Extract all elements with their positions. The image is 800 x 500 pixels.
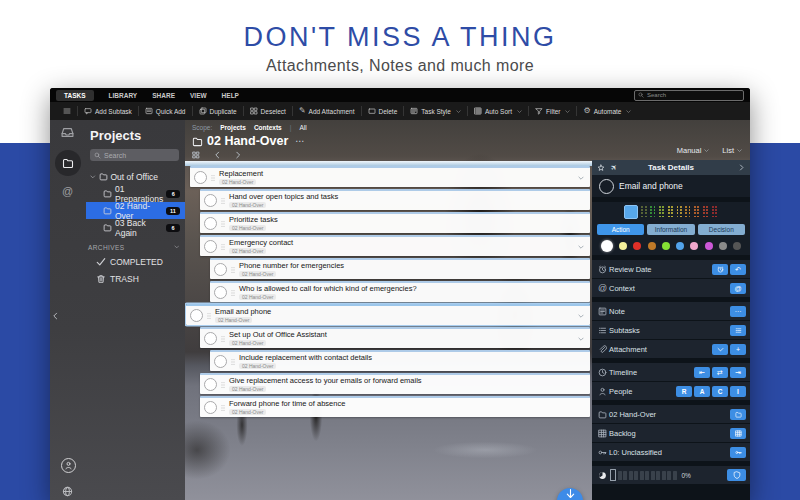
projects-search-input[interactable]: Search xyxy=(90,149,179,161)
task-checkbox[interactable] xyxy=(204,240,217,253)
color-dot[interactable] xyxy=(648,242,656,250)
timeline-bar-swap-button[interactable]: ⇄ xyxy=(712,367,728,378)
scope-tab-contexts[interactable]: Contexts xyxy=(254,124,282,131)
contexts-at-icon[interactable]: @ xyxy=(62,186,73,197)
sidebar-mode-projects[interactable] xyxy=(55,150,81,176)
sidebar-item-completed[interactable]: COMPLETED xyxy=(86,253,185,270)
task-expand-chevron[interactable] xyxy=(578,336,584,342)
toolbar-deselect-button[interactable]: Deselect xyxy=(244,107,292,115)
l0-unclassified-key-button[interactable] xyxy=(730,447,746,458)
02-hand-over-folder-button[interactable] xyxy=(730,409,746,420)
menu-share[interactable]: SHARE xyxy=(152,92,175,99)
color-dot[interactable] xyxy=(662,242,670,250)
review-date-alarm-clock-button[interactable] xyxy=(712,264,728,275)
attachment-chevron-down-button[interactable] xyxy=(712,344,728,355)
sidebar-item-03-back-again[interactable]: 03 Back Again 6 xyxy=(86,219,185,236)
type-button-decision[interactable]: Decision xyxy=(698,224,745,235)
task-expand-chevron[interactable] xyxy=(578,175,584,181)
toolbar-add-attachment-button[interactable]: ✎ Add Attachment xyxy=(293,107,361,115)
task-checkbox[interactable] xyxy=(204,332,217,345)
task-checkbox[interactable] xyxy=(599,179,614,194)
toolbar-auto-sort-button[interactable]: Auto Sort xyxy=(468,107,528,115)
menu-tasks[interactable]: TASKS xyxy=(56,90,94,101)
priority-level-icon[interactable] xyxy=(694,206,700,218)
sidebar-item-01-preparations[interactable]: 01 Preparations 6 xyxy=(86,185,185,202)
drag-handle-icon[interactable] xyxy=(205,312,213,320)
people-r-button[interactable]: R xyxy=(676,386,692,397)
drag-handle-icon[interactable] xyxy=(219,220,227,228)
drag-handle-icon[interactable] xyxy=(209,174,217,182)
task-card-forward-phone-for-time-of-abse[interactable]: Forward phone for time of absence 02 Han… xyxy=(200,396,590,417)
task-checkbox[interactable] xyxy=(194,171,207,184)
task-card-prioritize-tasks[interactable]: Prioritize tasks 02 Hand-Over xyxy=(200,212,590,233)
globe-icon[interactable] xyxy=(62,486,73,497)
task-expand-chevron[interactable] xyxy=(578,313,584,319)
toolbar-automate-button[interactable]: ⚙ Automate xyxy=(577,107,637,115)
account-icon[interactable] xyxy=(61,458,76,473)
drag-handle-icon[interactable] xyxy=(229,266,237,274)
archives-section-header[interactable]: ARCHIVES xyxy=(86,241,185,253)
priority-level-icon[interactable] xyxy=(703,206,709,218)
chevron-right-icon[interactable] xyxy=(738,164,745,171)
people-i-button[interactable]: I xyxy=(730,386,746,397)
task-checkbox[interactable] xyxy=(214,263,227,276)
chevron-left-icon[interactable] xyxy=(213,151,221,159)
grid-view-icon[interactable] xyxy=(192,151,200,159)
task-card-set-up-out-of-office-assistant[interactable]: Set up Out of Office Assistant 02 Hand-O… xyxy=(200,327,590,348)
chevron-right-icon[interactable] xyxy=(234,151,242,159)
context-at-button[interactable]: @ xyxy=(730,283,746,294)
task-card-include-replacement-with-conta[interactable]: Include replacement with contact details… xyxy=(210,350,590,371)
layout-mode-dropdown[interactable]: List xyxy=(722,146,742,155)
menu-library[interactable]: LIBRARY xyxy=(109,92,138,99)
more-options-icon[interactable]: ⋯ xyxy=(295,136,304,146)
priority-level-icon[interactable] xyxy=(685,206,691,218)
toolbar-quick-add-button[interactable]: Quick Add xyxy=(139,107,192,115)
priority-level-icon[interactable] xyxy=(641,206,647,218)
scope-tab-all[interactable]: All xyxy=(299,124,306,131)
menu-search-field[interactable]: Search xyxy=(634,90,744,101)
subtasks-subtasks-button[interactable] xyxy=(730,325,746,336)
type-button-action[interactable]: Action xyxy=(597,224,644,235)
task-checkbox[interactable] xyxy=(190,309,203,322)
scope-tab-projects[interactable]: Projects xyxy=(220,124,246,131)
color-dot[interactable] xyxy=(619,242,627,250)
task-checkbox[interactable] xyxy=(214,355,227,368)
sort-mode-dropdown[interactable]: Manual xyxy=(677,146,710,155)
priority-level-icon[interactable] xyxy=(659,206,665,218)
priority-level-icon[interactable] xyxy=(677,206,683,218)
color-dot[interactable] xyxy=(690,242,698,250)
star-icon[interactable] xyxy=(597,164,605,172)
task-card-hand-over-open-topics-and-task[interactable]: Hand over open topics and tasks 02 Hand-… xyxy=(200,189,590,210)
menu-help[interactable]: HELP xyxy=(222,92,239,99)
color-dot[interactable] xyxy=(676,242,684,250)
toolbar-delete-button[interactable]: Delete xyxy=(362,107,404,115)
task-checkbox[interactable] xyxy=(214,286,227,299)
color-dot[interactable] xyxy=(705,242,713,250)
drag-handle-icon[interactable] xyxy=(219,243,227,251)
people-a-button[interactable]: A xyxy=(694,386,710,397)
priority-level-icon[interactable] xyxy=(712,206,718,218)
drag-handle-icon[interactable] xyxy=(229,358,237,366)
sidebar-item-trash[interactable]: TRASH xyxy=(86,270,185,287)
task-checkbox[interactable] xyxy=(204,401,217,414)
drag-handle-icon[interactable] xyxy=(219,381,227,389)
toolbar-add-subtask-button[interactable]: Add Subtask xyxy=(78,107,138,115)
task-card-who-is-allowed-to-call-for-whi[interactable]: Who is allowed to call for which kind of… xyxy=(210,281,590,302)
color-dot[interactable] xyxy=(633,242,641,250)
note-ellipsis-button[interactable]: ⋯ xyxy=(730,306,746,317)
backlog-grid-button[interactable] xyxy=(730,428,746,439)
timeline-bar-end-button[interactable]: ⇥ xyxy=(730,367,746,378)
rocket-icon[interactable]: ✈ xyxy=(611,164,618,172)
task-card-phone-number-for-emergencies[interactable]: Phone number for emergencies 02 Hand-Ove… xyxy=(210,258,590,279)
task-checkbox[interactable] xyxy=(204,378,217,391)
collapse-sidebar-chevron[interactable] xyxy=(51,312,59,320)
toolbar-hamburger-button[interactable] xyxy=(57,107,77,115)
attachment-plus-button[interactable]: + xyxy=(730,344,746,355)
privacy-shield-button[interactable] xyxy=(727,469,746,481)
timeline-bar-start-button[interactable]: ⇤ xyxy=(694,367,710,378)
chevron-down-icon[interactable] xyxy=(90,174,96,180)
type-button-information[interactable]: Information xyxy=(647,224,694,235)
task-card-replacement[interactable]: Replacement 02 Hand-Over xyxy=(190,166,590,187)
menu-view[interactable]: VIEW xyxy=(190,92,207,99)
sidebar-item-out-of-office[interactable]: Out of Office xyxy=(86,168,185,185)
